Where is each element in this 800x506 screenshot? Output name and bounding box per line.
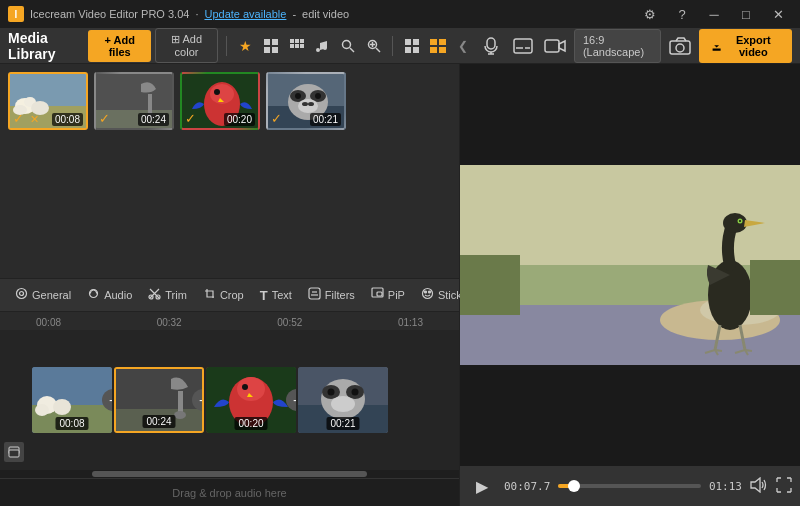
mic-button[interactable] bbox=[478, 32, 504, 60]
progress-handle[interactable] bbox=[568, 480, 580, 492]
general-label: General bbox=[32, 289, 71, 301]
video-icon-button[interactable] bbox=[542, 32, 568, 60]
grid1-button[interactable] bbox=[260, 32, 282, 60]
play-button[interactable]: ▶ bbox=[468, 472, 496, 500]
ruler-mark-3: 00:52 bbox=[277, 317, 302, 328]
svg-rect-105 bbox=[750, 260, 800, 315]
filters-tool[interactable]: Filters bbox=[301, 284, 362, 306]
svg-rect-4 bbox=[290, 39, 294, 43]
general-icon bbox=[15, 287, 28, 303]
camera-button[interactable] bbox=[667, 32, 693, 60]
star-filter-button[interactable]: ★ bbox=[235, 32, 257, 60]
svg-rect-19 bbox=[413, 47, 419, 53]
fullscreen-button[interactable] bbox=[776, 477, 792, 496]
svg-rect-62 bbox=[309, 288, 320, 299]
app-name: Icecream Video Editor PRO 3.04 bbox=[30, 8, 189, 20]
svg-rect-27 bbox=[514, 39, 532, 53]
trim-tool[interactable]: Trim bbox=[141, 284, 194, 306]
help-button[interactable]: ? bbox=[668, 3, 696, 25]
preview-video bbox=[460, 64, 800, 466]
maximize-button[interactable]: □ bbox=[732, 3, 760, 25]
svg-rect-21 bbox=[439, 39, 446, 45]
grid2-button[interactable] bbox=[286, 32, 308, 60]
current-time: 00:07.7 bbox=[504, 480, 550, 493]
svg-rect-71 bbox=[9, 450, 19, 457]
svg-point-67 bbox=[422, 289, 432, 299]
svg-point-56 bbox=[308, 102, 314, 106]
audio-label: Audio bbox=[104, 289, 132, 301]
timeline-clip-parrot[interactable]: 00:20 + bbox=[206, 367, 296, 433]
volume-button[interactable] bbox=[750, 477, 768, 496]
thumb-bird-check: ✓ bbox=[99, 111, 110, 126]
text-tool[interactable]: T Text bbox=[253, 285, 299, 306]
svg-point-59 bbox=[90, 290, 98, 298]
svg-point-54 bbox=[298, 99, 318, 113]
text-label: Text bbox=[272, 289, 292, 301]
svg-point-69 bbox=[428, 291, 430, 293]
svg-rect-79 bbox=[178, 391, 183, 413]
thumb-parrot-check: ✓ bbox=[185, 111, 196, 126]
titlebar-right: ⚙ ? ─ □ ✕ bbox=[636, 3, 792, 25]
svg-point-58 bbox=[20, 292, 24, 296]
ruler-mark-4: 01:13 bbox=[398, 317, 423, 328]
title-separator: · bbox=[195, 8, 198, 20]
audio-drop-area[interactable]: Drag & drop audio here bbox=[0, 478, 459, 506]
timeline-clip-bird[interactable]: 00:24 + bbox=[114, 367, 204, 433]
svg-point-57 bbox=[17, 289, 27, 299]
progress-bar[interactable] bbox=[558, 484, 701, 488]
music-button[interactable] bbox=[312, 32, 334, 60]
timeline-clip-duck[interactable]: 00:08 + bbox=[32, 367, 112, 433]
track-layer-icon bbox=[4, 442, 24, 462]
thumb-duck-duration: 00:08 bbox=[52, 113, 83, 126]
thumb-parrot-duration: 00:20 bbox=[224, 113, 255, 126]
audio-icon bbox=[87, 287, 100, 303]
audio-tool[interactable]: Audio bbox=[80, 284, 139, 306]
toolbar-right: 16:9 (Landscape) Export video bbox=[478, 29, 792, 63]
view-list-button[interactable] bbox=[427, 32, 449, 60]
zoom-button[interactable] bbox=[363, 32, 385, 60]
ratio-button[interactable]: 16:9 (Landscape) bbox=[574, 29, 661, 63]
svg-rect-1 bbox=[272, 39, 278, 45]
svg-rect-6 bbox=[300, 39, 304, 43]
scroll-thumb[interactable] bbox=[92, 471, 367, 477]
timeline-track[interactable]: 00:08 + 00:24 + bbox=[0, 330, 459, 470]
media-thumb-parrot[interactable]: ✓ 00:20 bbox=[180, 72, 260, 130]
export-button[interactable]: Export video bbox=[699, 29, 792, 63]
subtitle-button[interactable] bbox=[510, 32, 536, 60]
general-tool[interactable]: General bbox=[8, 284, 78, 306]
pip-icon bbox=[371, 287, 384, 303]
svg-rect-16 bbox=[405, 39, 411, 45]
titlebar-left: I Icecream Video Editor PRO 3.04 · Updat… bbox=[8, 6, 349, 22]
clip-raccoon-duration: 00:21 bbox=[326, 417, 359, 430]
media-thumb-bird[interactable]: ✓ 00:24 bbox=[94, 72, 174, 130]
minimize-button[interactable]: ─ bbox=[700, 3, 728, 25]
text-icon: T bbox=[260, 288, 268, 303]
timeline-clips: 00:08 + 00:24 + bbox=[32, 365, 388, 435]
tools-bar: General Audio Trim Crop T bbox=[0, 278, 459, 312]
update-link[interactable]: Update available bbox=[204, 8, 286, 20]
svg-rect-24 bbox=[487, 38, 495, 49]
search-button[interactable] bbox=[337, 32, 359, 60]
media-thumb-raccoon[interactable]: ✓ 00:21 bbox=[266, 72, 346, 130]
media-thumb-duck[interactable]: ✓ 00:08 ✕ bbox=[8, 72, 88, 130]
add-files-button[interactable]: + Add files bbox=[88, 30, 151, 62]
crop-tool[interactable]: Crop bbox=[196, 284, 251, 306]
close-button[interactable]: ✕ bbox=[764, 3, 792, 25]
toolbar-sep2 bbox=[392, 36, 393, 56]
svg-rect-18 bbox=[405, 47, 411, 53]
add-color-button[interactable]: ⊞ Add color bbox=[155, 28, 218, 63]
svg-rect-8 bbox=[295, 44, 299, 48]
settings-button[interactable]: ⚙ bbox=[636, 3, 664, 25]
left-panel: ✓ 00:08 ✕ ✓ 00:24 bbox=[0, 64, 460, 506]
view-grid-button[interactable] bbox=[401, 32, 423, 60]
pip-tool[interactable]: PiP bbox=[364, 284, 412, 306]
trim-icon bbox=[148, 287, 161, 303]
timeline-scrollbar[interactable] bbox=[0, 470, 459, 478]
timeline-clip-raccoon[interactable]: 00:21 bbox=[298, 367, 388, 433]
media-grid: ✓ 00:08 ✕ ✓ 00:24 bbox=[0, 64, 459, 138]
svg-point-52 bbox=[295, 93, 301, 99]
back-button[interactable]: ❮ bbox=[452, 32, 474, 60]
clip-parrot-duration: 00:20 bbox=[234, 417, 267, 430]
edit-mode-label: edit video bbox=[302, 8, 349, 20]
svg-point-91 bbox=[352, 389, 359, 396]
